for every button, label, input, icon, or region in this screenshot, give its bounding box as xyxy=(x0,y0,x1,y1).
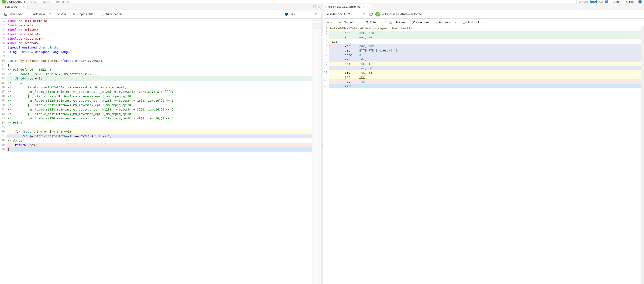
source-code[interactable]: #include <emmintrin.h>#include <bit>#inc… xyxy=(6,19,312,284)
code-line[interactable]: // _mm_loadu_si128(reinterpret_cast<cons… xyxy=(6,98,312,103)
overrides-button[interactable]: Overrides xyxy=(410,20,431,25)
close-icon[interactable] xyxy=(366,6,369,8)
code-line[interactable]: cmp rcx, 64 xyxy=(329,70,641,75)
source-toolbar: Save/Load + Add new... ν Vim CppInsights… xyxy=(0,10,322,19)
asm-gutter: 1234567891011121314 xyxy=(323,26,329,284)
code-line[interactable]: // | ((static_cast<UInt64>(_mm_movemask_… xyxy=(6,112,312,116)
chevron-down-icon xyxy=(315,14,317,15)
code-line[interactable]: #include <bit> xyxy=(6,23,312,28)
font-button[interactable]: A xyxy=(325,20,334,25)
wrench-icon xyxy=(412,21,415,24)
code-line[interactable]: // | ((static_cast<UInt64>(_mm_movemask_… xyxy=(6,103,312,107)
add-new-button[interactable]: + Add new... xyxy=(28,12,53,17)
filter-button[interactable]: Filter... xyxy=(364,20,385,25)
code-line[interactable]: sal rdx, cl xyxy=(329,57,641,62)
code-line[interactable]: xor eax, eax xyxy=(329,35,641,39)
code-line[interactable]: .L2: xyxy=(329,39,641,44)
code-line[interactable]: // #else xyxy=(6,121,312,125)
code-line[interactable]: // = xyxy=(6,81,312,85)
code-line[interactable]: ret xyxy=(329,84,641,88)
compiler-bar: x86-64 gcc 13.2 -O3 -msse2 -ftree-vector… xyxy=(323,10,644,19)
add-tool-button[interactable]: Add tool... xyxy=(461,20,487,25)
code-line[interactable]: // #if defined(__SSE2__) xyxy=(6,67,312,72)
code-line[interactable]: typedef unsigned char UInt8; xyxy=(6,45,312,50)
code-line[interactable] xyxy=(6,125,312,129)
code-line[interactable]: } xyxy=(6,147,312,152)
code-line[interactable] xyxy=(6,54,312,59)
code-line[interactable]: #include <cstdint> xyxy=(6,32,312,36)
sponsor-aws: aws xyxy=(599,1,604,3)
libraries-button[interactable]: Libraries xyxy=(388,20,407,25)
vim-button[interactable]: ν Vim xyxy=(56,12,68,17)
book-icon xyxy=(389,21,392,24)
pane-controls xyxy=(313,5,322,8)
asm-toolbar: A Output... Filter... Libraries Override… xyxy=(323,19,644,26)
code-line[interactable]: res |= static_cast<UInt64>(0 == bytes64[… xyxy=(6,134,312,138)
save-icon xyxy=(4,13,8,16)
source-editor[interactable]: 1234567891011121314151617181920212223242… xyxy=(0,19,322,284)
asm-pane: ↕ x86-64 gcc 13.2 (Editor #1) x86-64 gcc… xyxy=(323,4,644,284)
code-line[interactable]: return ~res; xyxy=(6,143,312,147)
asm-scrollbar[interactable] xyxy=(641,26,644,284)
code-line[interactable]: // | ((static_cast<UInt64>(_mm_movemask_… xyxy=(6,94,312,98)
code-line[interactable]: // const __m128i zero16 = _mm_setzero_si… xyxy=(6,72,312,76)
code-line[interactable]: cmp BYTE PTR [rdi+rcx], 0 xyxy=(329,48,641,53)
policies-link[interactable]: Policies xyxy=(625,0,635,4)
code-line[interactable]: // _mm_loadu_si128(reinterpret_cast<cons… xyxy=(6,107,312,112)
close-pane-icon[interactable] xyxy=(317,5,320,8)
code-line[interactable]: // (static_cast<UInt64>(_mm_movemask_epi… xyxy=(6,85,312,90)
source-gutter: 1234567891011121314151617181920212223242… xyxy=(0,19,6,284)
code-line[interactable]: UInt64 res = 0; xyxy=(6,76,312,81)
language-label: C++ xyxy=(290,12,296,16)
menu-more[interactable]: More xyxy=(43,0,50,4)
close-icon[interactable] xyxy=(22,6,25,8)
save-load-button[interactable]: Save/Load xyxy=(2,12,25,17)
code-line[interactable]: #include <bitset> xyxy=(6,28,312,32)
chevron-down-icon xyxy=(363,14,365,15)
popout-icon[interactable] xyxy=(369,12,373,16)
code-line[interactable]: xor ecx, ecx xyxy=(329,31,641,35)
output-button[interactable]: Output... xyxy=(338,20,361,25)
share-link[interactable]: Share xyxy=(614,0,622,4)
code-line[interactable]: // _mm_loadu_si128(reinterpret_cast<cons… xyxy=(6,116,312,121)
code-line[interactable]: for (size_t i = 0; i < 64; ++i) xyxy=(6,129,312,134)
menu-templates[interactable]: Templates xyxy=(56,0,70,4)
svg-point-1 xyxy=(74,13,75,15)
svg-marker-2 xyxy=(285,13,288,16)
language-select[interactable]: C++ xyxy=(282,11,319,17)
filter-icon xyxy=(366,21,369,24)
source-tab[interactable]: ↕ source #1 xyxy=(0,4,28,10)
code-line[interactable]: { xyxy=(6,63,312,67)
code-line[interactable]: bytes64MaskToBits64Mask(unsigned char co… xyxy=(329,26,641,31)
compiler-options-input[interactable]: -O3 -msse2 -ftree-vectorize xyxy=(382,12,642,16)
code-line[interactable]: or rax, rdx xyxy=(329,66,641,70)
asm-tab[interactable]: ↕ x86-64 gcc 13.2 (Editor #1) xyxy=(323,4,372,10)
code-line[interactable]: #include <emmintrin.h> xyxy=(6,19,312,23)
code-line[interactable]: add rcx, 1 xyxy=(329,62,641,66)
edit-icon[interactable] xyxy=(363,6,365,8)
search-icon xyxy=(73,13,76,16)
code-line[interactable]: #include <iostream> xyxy=(6,36,312,41)
code-line[interactable]: not rax xyxy=(329,79,641,84)
cppinsights-button[interactable]: CppInsights xyxy=(71,12,95,17)
asm-add-new-button[interactable]: + Add new... xyxy=(434,20,458,25)
asm-code[interactable]: bytes64MaskToBits64Mask(unsigned char co… xyxy=(329,26,641,284)
maximize-icon[interactable] xyxy=(313,5,316,8)
code-line[interactable]: #include <vector> xyxy=(6,41,312,45)
minimap[interactable] xyxy=(312,19,322,284)
logo-icon xyxy=(2,0,6,4)
code-line[interactable]: // #endif xyxy=(6,138,312,143)
settings-icon[interactable] xyxy=(638,0,642,4)
sponsor-google-icon xyxy=(605,1,608,3)
quickbench-button[interactable]: Quick-bench xyxy=(98,12,124,17)
menu-add[interactable]: Add... xyxy=(30,0,38,4)
code-line[interactable]: jne .L2 xyxy=(329,75,641,79)
edit-icon[interactable] xyxy=(19,6,21,8)
compiler-select[interactable]: x86-64 gcc 13.2 xyxy=(325,12,367,17)
code-line[interactable]: // _mm_loadu_si128(reinterpret_cast<cons… xyxy=(6,90,312,94)
code-line[interactable]: sete dl xyxy=(329,53,641,57)
asm-editor[interactable]: 1234567891011121314 bytes64MaskToBits64M… xyxy=(323,26,644,284)
code-line[interactable]: xor edx, edx xyxy=(329,44,641,48)
code-line[interactable]: using UInt64 = unsigned long long; xyxy=(6,50,312,54)
code-line[interactable]: UInt64 bytes64MaskToBits64Mask(const UIn… xyxy=(6,59,312,63)
